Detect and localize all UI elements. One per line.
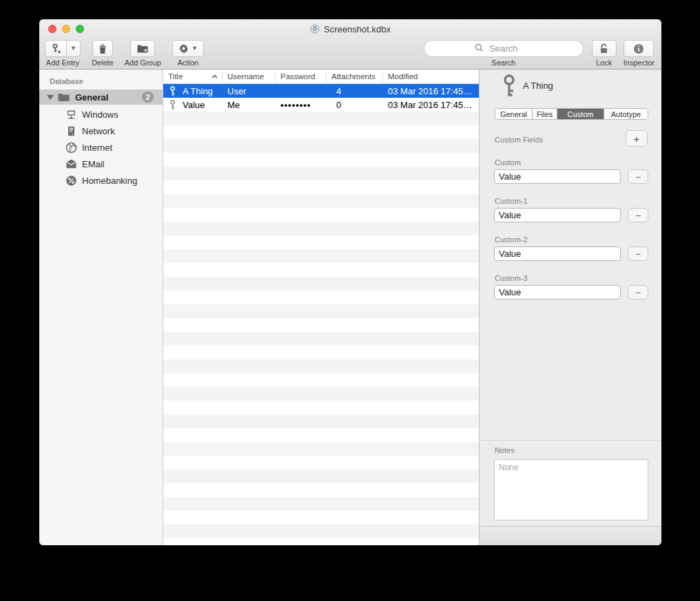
- window-title-area: Screenshot.kdbx: [39, 19, 661, 39]
- column-header-title[interactable]: Title: [163, 72, 223, 82]
- disclosure-triangle-icon[interactable]: [47, 95, 54, 100]
- add-group-button[interactable]: [130, 40, 155, 57]
- app-window: Screenshot.kdbx ▼ Add Entry: [39, 19, 661, 545]
- inspector-panel: A Thing General Files Custom Autotype Cu…: [479, 70, 661, 545]
- chevron-down-icon: ▼: [70, 45, 76, 52]
- cell-title: A Thing: [183, 86, 213, 96]
- server-icon: [65, 125, 77, 137]
- inspector-tabs: General Files Custom Autotype: [495, 108, 648, 120]
- table-empty-row: [163, 428, 479, 442]
- toolbar-right: Search Lock: [424, 40, 655, 67]
- remove-field-button[interactable]: −: [628, 285, 648, 299]
- field-label: Custom-2: [494, 235, 648, 244]
- field-value-input[interactable]: [494, 246, 621, 261]
- table-empty-row: [163, 387, 479, 401]
- table-empty-row: [163, 346, 479, 359]
- notes-textarea[interactable]: [494, 459, 648, 520]
- add-entry-dropdown[interactable]: ▼: [66, 41, 80, 56]
- tab-autotype[interactable]: Autotype: [604, 109, 648, 119]
- info-icon: [633, 43, 644, 54]
- add-entry-label: Add Entry: [46, 59, 79, 67]
- envelope-icon: [65, 158, 77, 170]
- table-empty-row: [163, 112, 479, 125]
- sidebar-group-label: General: [75, 92, 108, 103]
- add-entry-button[interactable]: ▼: [45, 40, 81, 57]
- toolbar: ▼ Add Entry Delete: [39, 39, 661, 69]
- sidebar-group-general[interactable]: General 2: [39, 89, 163, 105]
- folder-icon: [58, 93, 70, 102]
- entry-title: A Thing: [523, 70, 553, 101]
- table-empty-rows: [163, 112, 479, 545]
- field-label: Custom-1: [494, 197, 648, 205]
- windows-network-icon: [65, 109, 77, 120]
- sidebar-item-windows[interactable]: Windows: [39, 106, 163, 123]
- custom-field-group: Custom −: [494, 158, 648, 184]
- sidebar-item-network[interactable]: Network: [39, 123, 163, 139]
- table-row[interactable]: Value Me •••••••• 0 03 Mar 2016 17:45…: [163, 98, 479, 112]
- sidebar-item-internet[interactable]: Internet: [39, 139, 163, 156]
- cell-title: Value: [183, 100, 205, 110]
- add-field-button[interactable]: +: [626, 130, 648, 147]
- sidebar-header: Database: [39, 70, 163, 89]
- table-empty-row: [163, 304, 479, 318]
- key-icon: [169, 100, 177, 110]
- sidebar-item-label: Internet: [82, 143, 112, 153]
- table-empty-row: [163, 291, 479, 304]
- table-row[interactable]: A Thing User 4 03 Mar 2016 17:45…: [163, 84, 479, 98]
- table-empty-row: [163, 125, 479, 139]
- sidebar-item-homebanking[interactable]: Homebanking: [39, 172, 163, 189]
- sidebar-items: Windows Network: [39, 106, 163, 189]
- key-plus-icon[interactable]: [45, 41, 66, 56]
- custom-field-group: Custom-1 −: [494, 197, 648, 222]
- cell-attachments: 4: [327, 86, 383, 96]
- window-chrome: Screenshot.kdbx ▼ Add Entry: [39, 19, 661, 70]
- plus-icon: +: [634, 134, 640, 144]
- column-header-modified[interactable]: Modified: [383, 72, 479, 82]
- table-empty-row: [163, 538, 479, 545]
- minus-icon: −: [635, 210, 641, 221]
- cell-modified: 03 Mar 2016 17:45…: [383, 100, 479, 110]
- column-header-attachments[interactable]: Attachments: [327, 72, 383, 82]
- cell-username: User: [223, 86, 276, 96]
- table-header: Title Username Password Attachments Modi…: [163, 70, 479, 84]
- table-empty-row: [163, 194, 479, 208]
- table-empty-row: [163, 497, 479, 511]
- field-value-input[interactable]: [494, 208, 621, 222]
- remove-field-button[interactable]: −: [628, 208, 648, 222]
- table-empty-row: [163, 511, 479, 525]
- tab-general[interactable]: General: [495, 109, 532, 119]
- remove-field-button[interactable]: −: [628, 246, 648, 261]
- search-label: Search: [491, 59, 515, 67]
- inspector-footer: [480, 526, 661, 545]
- custom-fields-label: Custom Fields: [495, 136, 543, 144]
- sidebar-item-label: Homebanking: [82, 176, 137, 186]
- notes-separator: [480, 440, 661, 441]
- lock-button[interactable]: [592, 40, 617, 57]
- cell-password: ••••••••: [276, 100, 327, 110]
- titlebar[interactable]: Screenshot.kdbx: [39, 19, 661, 39]
- field-value-input[interactable]: [494, 285, 621, 299]
- delete-button[interactable]: [92, 40, 113, 57]
- table-empty-row: [163, 277, 479, 291]
- add-group-label: Add Group: [125, 59, 161, 67]
- column-header-username[interactable]: Username: [223, 72, 276, 82]
- tab-files[interactable]: Files: [532, 109, 557, 119]
- remove-field-button[interactable]: −: [628, 169, 648, 184]
- field-value-input[interactable]: [494, 169, 621, 184]
- table-empty-row: [163, 414, 479, 428]
- sidebar-item-label: Network: [82, 126, 115, 136]
- inspector-button[interactable]: [624, 40, 654, 57]
- minus-icon: −: [635, 249, 641, 260]
- table-empty-row: [163, 263, 479, 277]
- action-button[interactable]: ▼: [172, 40, 204, 57]
- table-empty-row: [163, 180, 479, 194]
- table-empty-row: [163, 249, 479, 263]
- search-input[interactable]: [424, 40, 584, 57]
- column-header-password[interactable]: Password: [276, 72, 327, 82]
- table-empty-row: [163, 235, 479, 249]
- sidebar-item-email[interactable]: EMail: [39, 156, 163, 172]
- lock-icon: [599, 43, 609, 54]
- sidebar: Database General 2: [39, 70, 163, 545]
- gear-icon: [178, 43, 189, 54]
- tab-custom[interactable]: Custom: [557, 109, 604, 119]
